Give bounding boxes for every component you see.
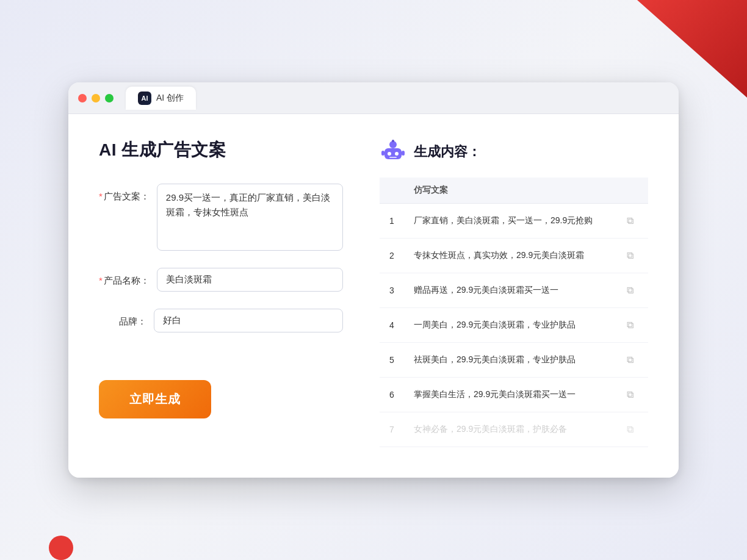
result-table: 仿写文案 1厂家直销，美白淡斑霜，买一送一，29.9元抢购⧉2专抹女性斑点，真实… — [380, 178, 648, 447]
table-row: 3赠品再送，29.9元美白淡斑霜买一送一⧉ — [380, 273, 648, 308]
table-row: 6掌握美白生活，29.9元美白淡斑霜买一送一⧉ — [380, 378, 648, 412]
product-name-row: *产品名称： — [99, 268, 343, 292]
col-action-header — [612, 178, 648, 204]
copy-icon[interactable]: ⧉ — [621, 386, 638, 403]
product-required-star: * — [99, 275, 103, 285]
copy-icon[interactable]: ⧉ — [621, 212, 638, 229]
traffic-lights — [78, 94, 114, 102]
copy-cell: ⧉ — [612, 343, 648, 378]
robot-icon — [380, 138, 406, 165]
copy-cell: ⧉ — [612, 239, 648, 273]
row-text: 厂家直销，美白淡斑霜，买一送一，29.9元抢购 — [404, 204, 612, 239]
tab-label: AI 创作 — [156, 93, 184, 104]
ad-copy-required-star: * — [99, 191, 103, 201]
left-panel: AI 生成广告文案 *广告文案： 29.9买一送一，真正的厂家直销，美白淡斑霜，… — [99, 138, 343, 447]
svg-point-3 — [395, 152, 399, 156]
page-title: AI 生成广告文案 — [99, 138, 343, 162]
row-text: 祛斑美白，29.9元美白淡斑霜，专业护肤品 — [404, 343, 612, 378]
row-text: 专抹女性斑点，真实功效，29.9元美白淡斑霜 — [404, 239, 612, 273]
minimize-button[interactable] — [92, 94, 100, 102]
right-panel: 生成内容： 仿写文案 1厂家直销，美白淡斑霜，买一送一，29.9元抢购⧉2专抹女… — [380, 138, 648, 447]
row-text: 一周美白，29.9元美白淡斑霜，专业护肤品 — [404, 308, 612, 343]
copy-cell: ⧉ — [612, 412, 648, 447]
svg-rect-8 — [402, 151, 405, 156]
row-num: 6 — [380, 378, 404, 412]
copy-icon[interactable]: ⧉ — [621, 247, 638, 264]
row-num: 4 — [380, 308, 404, 343]
close-button[interactable] — [78, 94, 87, 102]
row-num: 1 — [380, 204, 404, 239]
ai-tab[interactable]: AI AI 创作 — [126, 87, 196, 110]
copy-icon[interactable]: ⧉ — [621, 282, 638, 299]
tab-icon: AI — [138, 92, 151, 105]
row-num: 2 — [380, 239, 404, 273]
brand-label: 品牌： — [99, 309, 154, 328]
product-input[interactable] — [157, 268, 343, 292]
corner-decoration-bottom — [49, 536, 73, 560]
ad-copy-row: *广告文案： 29.9买一送一，真正的厂家直销，美白淡斑霜，专抹女性斑点 — [99, 184, 343, 251]
copy-cell: ⧉ — [612, 378, 648, 412]
copy-icon[interactable]: ⧉ — [621, 351, 638, 368]
brand-row: 品牌： — [99, 309, 343, 332]
svg-point-6 — [392, 140, 394, 142]
result-header: 生成内容： — [380, 138, 648, 165]
row-text: 赠品再送，29.9元美白淡斑霜买一送一 — [404, 273, 612, 308]
row-num: 3 — [380, 273, 404, 308]
table-row: 4一周美白，29.9元美白淡斑霜，专业护肤品⧉ — [380, 308, 648, 343]
title-bar: AI AI 创作 — [68, 82, 679, 114]
copy-icon[interactable]: ⧉ — [621, 421, 638, 438]
table-row: 7女神必备，29.9元美白淡斑霜，护肤必备⧉ — [380, 412, 648, 447]
copy-cell: ⧉ — [612, 273, 648, 308]
copy-cell: ⧉ — [612, 204, 648, 239]
ad-copy-label: *广告文案： — [99, 184, 157, 203]
row-text: 女神必备，29.9元美白淡斑霜，护肤必备 — [404, 412, 612, 447]
table-row: 1厂家直销，美白淡斑霜，买一送一，29.9元抢购⧉ — [380, 204, 648, 239]
generate-button[interactable]: 立即生成 — [99, 380, 211, 418]
col-text-header: 仿写文案 — [404, 178, 612, 204]
svg-rect-7 — [381, 151, 384, 156]
result-title: 生成内容： — [414, 143, 481, 161]
svg-point-2 — [388, 152, 391, 156]
col-num-header — [380, 178, 404, 204]
svg-rect-4 — [389, 157, 397, 158]
browser-window: AI AI 创作 AI 生成广告文案 *广告文案： 29.9买一送一，真正的厂家… — [68, 82, 679, 478]
copy-cell: ⧉ — [612, 308, 648, 343]
row-text: 掌握美白生活，29.9元美白淡斑霜买一送一 — [404, 378, 612, 412]
main-content: AI 生成广告文案 *广告文案： 29.9买一送一，真正的厂家直销，美白淡斑霜，… — [68, 114, 679, 478]
maximize-button[interactable] — [105, 94, 114, 102]
brand-input[interactable] — [154, 309, 343, 332]
product-label: *产品名称： — [99, 268, 157, 287]
row-num: 7 — [380, 412, 404, 447]
row-num: 5 — [380, 343, 404, 378]
table-row: 2专抹女性斑点，真实功效，29.9元美白淡斑霜⧉ — [380, 239, 648, 273]
copy-icon[interactable]: ⧉ — [621, 317, 638, 334]
table-row: 5祛斑美白，29.9元美白淡斑霜，专业护肤品⧉ — [380, 343, 648, 378]
ad-copy-textarea[interactable]: 29.9买一送一，真正的厂家直销，美白淡斑霜，专抹女性斑点 — [157, 184, 343, 251]
